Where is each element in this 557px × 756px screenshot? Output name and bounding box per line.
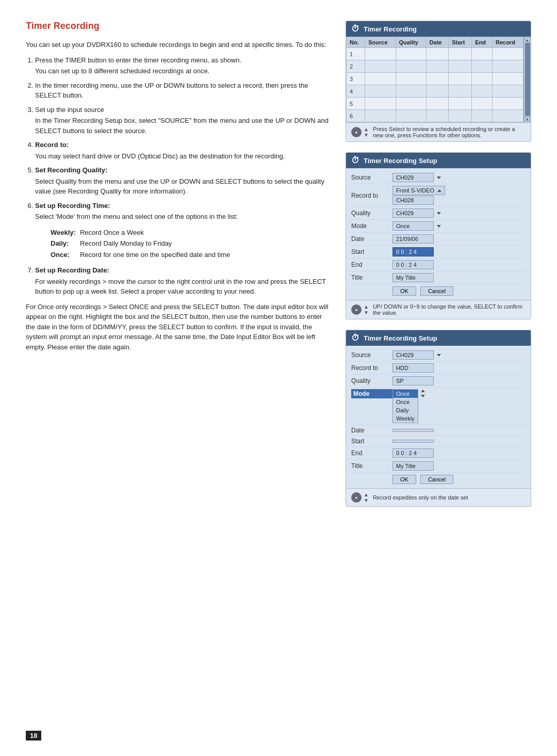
- quality2-label: Quality: [351, 377, 392, 384]
- date-field[interactable]: 21/09/06: [392, 234, 434, 244]
- widget3-body: Source CH029 Record to HDD Quality SP: [346, 346, 531, 488]
- widget1-footer: ● ▲ ▼ Press Select to review a scheduled…: [346, 122, 531, 141]
- scroll-up-button[interactable]: ▲: [525, 38, 530, 42]
- source-label: Source: [351, 174, 392, 181]
- widget2-header: ⏱ Timer Recording Setup: [346, 153, 531, 168]
- widget2-body: Source CH029 Record to Front S-VIDEO: [346, 168, 531, 300]
- nav-arrows-1: ▲ ▼: [364, 126, 369, 138]
- source-field[interactable]: CH029: [392, 173, 434, 182]
- quality2-field[interactable]: SP: [392, 376, 434, 385]
- col-quality: Quality: [396, 37, 426, 48]
- mode-value: Once: [392, 221, 526, 231]
- scrollbar[interactable]: ▲ ▼: [523, 37, 531, 122]
- mode-arrow-down[interactable]: [421, 395, 425, 397]
- scroll-thumb[interactable]: [525, 43, 530, 116]
- table-row: 6: [347, 110, 523, 122]
- source2-field[interactable]: CH029: [392, 350, 434, 360]
- quality-label: Quality: [351, 210, 392, 217]
- step-2: In the timer recording menu, use the UP …: [35, 81, 330, 101]
- recordto-field[interactable]: Front S-VIDEO: [392, 186, 445, 195]
- dropdown-option-once-1[interactable]: Once: [393, 390, 418, 398]
- cancel-button-1[interactable]: Cancel: [420, 286, 453, 296]
- mode-daily-label: Daily:: [51, 238, 80, 249]
- widget3-footer-text: Record expedites only on the date set: [373, 494, 468, 501]
- setup2-row-recordto: Record to HDD: [351, 362, 526, 375]
- mode-weekly-desc: Record Once a Week: [80, 227, 234, 238]
- source2-label: Source: [351, 351, 392, 359]
- mode-arrow-up[interactable]: [421, 390, 425, 392]
- steps-list: Press the TIMER button to enter the time…: [26, 55, 330, 297]
- dropdown-option-daily[interactable]: Daily: [393, 406, 418, 414]
- timer-icon-3: ⏱: [351, 333, 359, 343]
- cancel-button-2[interactable]: Cancel: [420, 475, 453, 484]
- mode2-value: Once Once Daily Weekly: [392, 389, 526, 423]
- timer-icon-2: ⏱: [351, 156, 359, 165]
- recordto2-value: HDD: [392, 363, 526, 373]
- recordto-value: Front S-VIDEO CH028: [392, 186, 526, 205]
- ok-button-2[interactable]: OK: [392, 475, 416, 484]
- step-5: Set Recording Quality: Select Quality fr…: [35, 165, 330, 197]
- scroll-down-button[interactable]: ▼: [525, 117, 530, 121]
- mode-label: Mode: [351, 222, 392, 230]
- quality2-value: SP: [392, 376, 526, 385]
- title-label: Title: [351, 274, 392, 281]
- title-field[interactable]: My Title: [392, 273, 434, 282]
- table-row: 1: [347, 48, 523, 60]
- timer-icon-1: ⏱: [351, 24, 359, 34]
- date2-field[interactable]: [392, 429, 434, 432]
- start-field[interactable]: 0 0 : 2 4: [392, 247, 434, 256]
- source-dropdown-arrow[interactable]: [437, 176, 441, 179]
- mode-field[interactable]: Once: [392, 221, 434, 231]
- timer-recording-widget: ⏱ Timer Recording No. Source Quality Dat…: [346, 21, 531, 142]
- mode-dropdown-arrow[interactable]: [437, 225, 441, 228]
- end2-field[interactable]: 0 0 : 2 4: [392, 448, 434, 458]
- date-label: Date: [351, 235, 392, 243]
- setup2-row-title: Title My Title: [351, 460, 526, 473]
- nav-circle-2[interactable]: ●: [351, 304, 362, 315]
- setup-row-end: End 0 0 : 2 4: [351, 259, 526, 271]
- nav-circle-1[interactable]: ●: [351, 127, 362, 137]
- cell-no: 5: [347, 98, 365, 110]
- setup-row-date: Date 21/09/06: [351, 233, 526, 246]
- setup-row-start: Start 0 0 : 2 4: [351, 246, 526, 259]
- setup-row-mode: Mode Once: [351, 220, 526, 233]
- setup2-row-quality: Quality SP: [351, 375, 526, 388]
- step-6-sub: Select 'Mode' from the menu and select o…: [35, 212, 330, 222]
- ok-button-1[interactable]: OK: [392, 286, 416, 296]
- step-6: Set up Recording Time: Select 'Mode' fro…: [35, 201, 330, 261]
- mode-weekly: Weekly: Record Once a Week: [51, 227, 234, 238]
- quality-field[interactable]: CH029: [392, 208, 434, 218]
- end-label: End: [351, 261, 392, 268]
- col-source: Source: [365, 37, 396, 48]
- date2-value: [392, 429, 526, 432]
- widget1-footer-text: Press Select to review a scheduled recor…: [373, 126, 526, 138]
- quality-dropdown-arrow[interactable]: [437, 212, 441, 215]
- table-row: 3: [347, 73, 523, 85]
- setup2-row-date: Date: [351, 425, 526, 436]
- widget1-header: ⏱ Timer Recording: [346, 21, 531, 37]
- col-record: Record: [492, 37, 523, 48]
- col-date: Date: [426, 37, 448, 48]
- start2-field[interactable]: [392, 440, 434, 443]
- recordto2-field[interactable]: HDD: [392, 363, 434, 373]
- nav-circle-3[interactable]: ●: [351, 492, 362, 503]
- nav-arrows-3: ▲ ▼: [364, 492, 369, 503]
- table-row: 5: [347, 98, 523, 110]
- dropdown-option-weekly[interactable]: Weekly: [393, 414, 418, 423]
- start2-label: Start: [351, 438, 392, 445]
- step-7: Set up Recording Date: For weekly record…: [35, 265, 330, 297]
- dropdown-option-once-2[interactable]: Once: [393, 398, 418, 406]
- step-3: Set up the input source In the Timer Rec…: [35, 105, 330, 136]
- end-field[interactable]: 0 0 : 2 4: [392, 260, 434, 269]
- step-1: Press the TIMER button to enter the time…: [35, 55, 330, 76]
- step-3-sub: In the Timer Recording Setup box, select…: [35, 116, 330, 136]
- mode-dropdown-list[interactable]: Once Once Daily Weekly: [392, 389, 418, 423]
- source2-dropdown-arrow[interactable]: [437, 354, 441, 357]
- title2-field[interactable]: My Title: [392, 461, 434, 471]
- col-end: End: [472, 37, 493, 48]
- table-row: 4: [347, 85, 523, 98]
- source2-value: CH029: [392, 350, 526, 360]
- nav-arrows-2: ▲ ▼: [364, 304, 369, 315]
- widget2-buttons: OK Cancel: [351, 284, 526, 297]
- end2-value: 0 0 : 2 4: [392, 448, 526, 458]
